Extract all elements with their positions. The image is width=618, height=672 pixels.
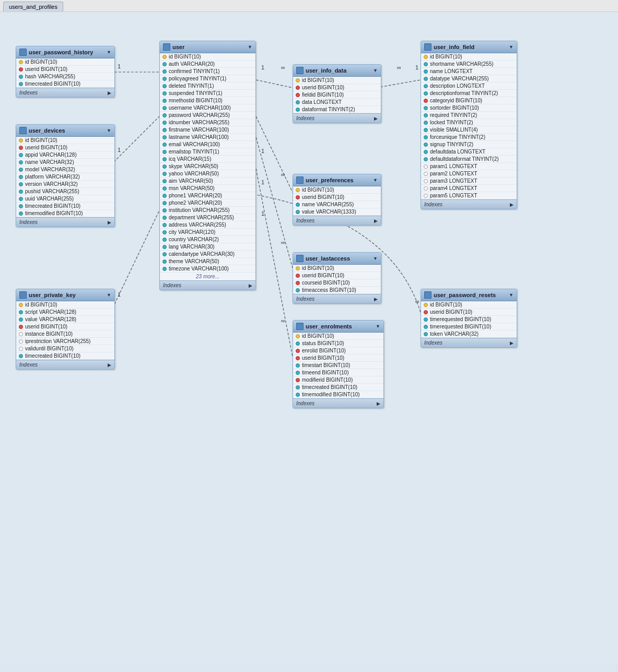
indexes-row[interactable]: Indexes ▶ <box>293 294 381 303</box>
field-row: userid BIGINT(10) <box>293 194 381 201</box>
field-label: timemodified BIGINT(10) <box>25 210 83 216</box>
field-row: validuntil BIGINT(10) <box>16 345 114 352</box>
field-row: datatype VARCHAR(255) <box>421 75 517 82</box>
table-header-user-info-field[interactable]: user_info_field ▼ <box>421 41 517 53</box>
fk-icon <box>19 146 23 150</box>
field-label: city VARCHAR(120) <box>169 229 215 235</box>
field-icon <box>296 288 300 292</box>
indexes-row[interactable]: Indexes ▶ <box>16 88 114 97</box>
field-label: institution VARCHAR(255) <box>169 207 230 213</box>
field-row: appid VARCHAR(128) <box>16 151 114 159</box>
indexes-row[interactable]: Indexes ▶ <box>421 338 517 347</box>
field-row: fieldid BIGINT(10) <box>293 91 381 99</box>
table-header-user-private-key[interactable]: user_private_key ▼ <box>16 289 114 301</box>
table-header-user-enrolments[interactable]: user_enrolments ▼ <box>293 321 383 333</box>
field-label: theme VARCHAR(50) <box>169 258 219 264</box>
table-dropdown-arrow[interactable]: ▼ <box>107 128 111 133</box>
indexes-row[interactable]: Indexes ▶ <box>293 216 381 225</box>
field-row: token VARCHAR(32) <box>421 331 517 338</box>
key-icon <box>296 334 300 338</box>
fk-icon <box>296 274 300 278</box>
field-row: username VARCHAR(100) <box>160 104 255 112</box>
indexes-row[interactable]: Indexes ▶ <box>16 217 114 227</box>
field-icon <box>162 143 167 147</box>
table-header-user-preferences[interactable]: user_preferences ▼ <box>293 174 381 186</box>
field-icon <box>296 393 300 397</box>
field-icon <box>162 245 167 249</box>
field-label: locked TINYINT(2) <box>430 120 473 125</box>
field-label: policyagreed TINYINT(1) <box>169 76 226 81</box>
table-name-label: user_preferences <box>306 177 354 183</box>
field-icon <box>424 121 428 125</box>
field-icon <box>162 179 167 183</box>
field-icon <box>19 211 23 216</box>
field-label: timemodified BIGINT(10) <box>302 392 360 397</box>
field-icon <box>162 91 167 96</box>
indexes-row[interactable]: Indexes ▶ <box>421 199 517 209</box>
svg-text:1: 1 <box>261 179 264 185</box>
table-header-user-lastaccess[interactable]: user_lastaccess ▼ <box>293 253 381 265</box>
svg-text:∞: ∞ <box>415 298 419 304</box>
svg-text:∞: ∞ <box>281 171 285 178</box>
field-label: aim VARCHAR(50) <box>169 178 213 184</box>
field-label: timecreated BIGINT(10) <box>25 81 80 87</box>
field-label: param5 LONGTEXT <box>430 193 477 198</box>
field-row: timeend BIGINT(10) <box>293 369 383 376</box>
indexes-row[interactable]: Indexes ▶ <box>293 398 383 408</box>
field-label: descriptionformat TINYINT(2) <box>430 90 498 96</box>
indexes-row[interactable]: Indexes ▶ <box>16 360 114 369</box>
table-dropdown-arrow[interactable]: ▼ <box>373 68 378 73</box>
field-icon <box>162 113 167 117</box>
field-row: emailstop TINYINT(1) <box>160 148 255 156</box>
field-label: dataformat TINYINT(2) <box>302 107 355 112</box>
table-header-user-password-history[interactable]: user_password_history ▼ <box>16 46 114 58</box>
field-label: userid BIGINT(10) <box>302 194 344 200</box>
table-header-user-info-data[interactable]: user_info_data ▼ <box>293 65 381 77</box>
table-dropdown-arrow[interactable]: ▼ <box>376 324 380 329</box>
more-fields[interactable]: 23 more... <box>160 273 255 280</box>
fk-icon <box>296 281 300 285</box>
field-row: iprestriction VARCHAR(255) <box>16 338 114 345</box>
field-icon <box>19 197 23 201</box>
field-label: pushid VARCHAR(255) <box>25 188 79 194</box>
table-icon <box>296 176 304 184</box>
field-icon <box>424 172 428 176</box>
table-dropdown-arrow[interactable]: ▼ <box>373 256 378 261</box>
table-header-user[interactable]: user ▼ <box>160 41 255 53</box>
field-label: timezone VARCHAR(100) <box>169 266 229 272</box>
field-icon <box>424 332 428 336</box>
field-icon <box>19 354 23 358</box>
field-icon <box>19 160 23 164</box>
fk-icon <box>296 378 300 382</box>
table-icon <box>163 43 170 51</box>
field-label: timerequested BIGINT(10) <box>430 316 491 322</box>
table-header-user-devices[interactable]: user_devices ▼ <box>16 125 114 137</box>
field-icon <box>162 77 167 81</box>
table-user-password-resets: user_password_resets ▼ id BIGINT(10) use… <box>421 289 517 348</box>
table-dropdown-arrow[interactable]: ▼ <box>248 44 252 50</box>
indexes-label: Indexes <box>296 115 314 121</box>
table-dropdown-arrow[interactable]: ▼ <box>509 44 514 50</box>
table-dropdown-arrow[interactable]: ▼ <box>107 292 111 298</box>
field-icon <box>19 175 23 179</box>
field-row: id BIGINT(10) <box>421 301 517 309</box>
field-label: param2 LONGTEXT <box>430 171 477 176</box>
field-row: name VARCHAR(32) <box>16 159 114 166</box>
field-label: userid BIGINT(10) <box>430 309 472 315</box>
indexes-row[interactable]: Indexes ▶ <box>160 280 255 290</box>
indexes-arrow: ▶ <box>377 401 380 406</box>
table-dropdown-arrow[interactable]: ▼ <box>373 178 378 183</box>
svg-line-4 <box>256 116 293 192</box>
key-icon <box>424 303 428 307</box>
table-header-user-password-resets[interactable]: user_password_resets ▼ <box>421 289 517 301</box>
field-label: mnethostid BIGINT(10) <box>169 98 223 103</box>
tab-users-and-profiles[interactable]: users_and_profiles <box>3 2 63 11</box>
indexes-row[interactable]: Indexes ▶ <box>293 113 381 123</box>
fk-icon <box>19 67 23 72</box>
field-icon <box>162 208 167 213</box>
table-dropdown-arrow[interactable]: ▼ <box>509 292 514 298</box>
table-dropdown-arrow[interactable]: ▼ <box>107 50 111 55</box>
field-label: id BIGINT(10) <box>302 265 334 271</box>
field-icon <box>296 363 300 368</box>
field-label: country VARCHAR(2) <box>169 237 219 242</box>
